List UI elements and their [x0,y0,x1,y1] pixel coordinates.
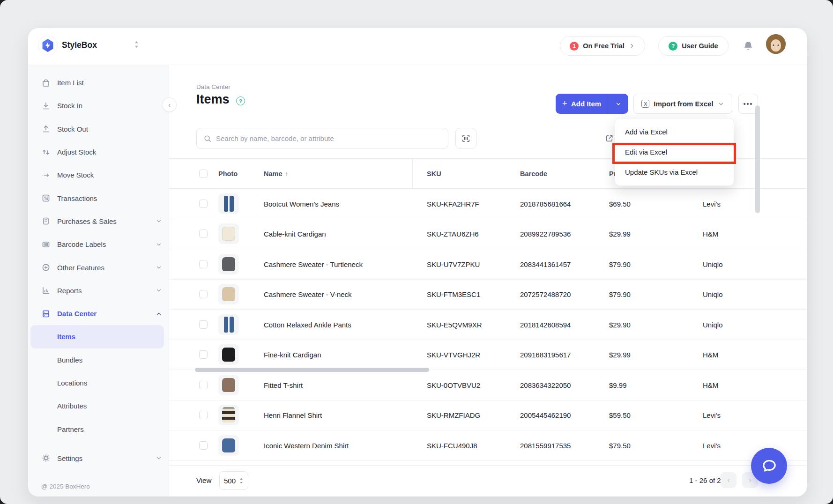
app-logo[interactable] [38,36,57,55]
table-row[interactable]: Henri Flannel ShirtSKU-RMZFIADG200544546… [169,400,807,431]
sidebar-item-adjust-stock[interactable]: Adjust Stock [28,141,169,163]
row-checkbox[interactable] [199,441,208,450]
row-checkbox[interactable] [199,200,208,208]
table-row[interactable]: Fitted T-shirtSKU-0OTVBVU22083634322050$… [169,370,807,400]
sidebar-item-locations[interactable]: Locations [28,371,169,394]
item-photo [218,284,239,304]
table-row[interactable]: Cashmere Sweater - V-neckSKU-FTM3ESC1207… [169,280,807,310]
table-row[interactable]: Cable-knit CardiganSKU-ZTAU6ZH6208992278… [169,219,807,250]
row-checkbox[interactable] [199,350,208,359]
sidebar-item-transactions[interactable]: Transactions [28,186,169,209]
item-sku: SKU-U7V7ZPKU [427,260,480,268]
add-item-button[interactable]: + Add Item [556,94,628,114]
row-checkbox[interactable] [199,381,208,389]
row-checkbox[interactable] [199,320,208,329]
sidebar-collapse-button[interactable]: ‹ [162,97,177,112]
sidebar-item-barcode-labels[interactable]: Barcode Labels [28,233,169,256]
page-size-select[interactable]: 500 [219,471,248,490]
page-size-value: 500 [224,477,236,485]
column-header-name[interactable]: Name↑ [264,170,289,178]
item-photo [218,405,239,425]
table-row[interactable]: Cotton Relaxed Ankle PantsSKU-E5QVM9XR20… [169,310,807,340]
sidebar-item-stock-in[interactable]: Stock In [28,94,169,117]
other-features-icon [41,263,51,272]
row-checkbox[interactable] [199,230,208,238]
sidebar-item-move-stock[interactable]: Move Stock [28,163,169,186]
item-barcode: 2083634322050 [520,381,571,389]
column-header-sku: SKU [427,170,441,178]
row-checkbox[interactable] [199,290,208,298]
data-center-icon [41,309,51,319]
table-row[interactable]: Cashmere Sweater - TurtleneckSKU-U7V7ZPK… [169,249,807,280]
sidebar-item-bundles[interactable]: Bundles [28,348,169,371]
item-brand: Levi's [703,411,721,419]
horizontal-scrollbar[interactable] [195,368,429,372]
sidebar-item-data-center[interactable]: Data Center [28,302,169,325]
add-item-dropdown-toggle[interactable] [608,94,628,114]
menu-item-add-via-excel[interactable]: Add via Excel [615,122,734,142]
sidebar-item-item-list[interactable]: Item List [28,71,169,94]
item-price: $69.50 [609,200,631,208]
reports-icon [41,286,51,295]
notifications-bell-icon[interactable] [742,40,754,52]
item-barcode: 2091683195617 [520,351,571,359]
item-price: $29.99 [609,351,631,359]
item-brand: H&M [703,351,718,359]
page-help-icon[interactable]: ? [236,96,245,105]
top-garment-image [222,227,235,241]
table-row[interactable]: Bootcut Women's JeansSKU-KFA2HR7F2018785… [169,189,807,219]
column-header-barcode: Barcode [520,170,547,178]
chevron-right-icon [629,43,635,49]
row-checkbox[interactable] [199,260,208,268]
free-trial-pill[interactable]: 1 On Free Trial [560,36,645,56]
user-guide-pill[interactable]: ? User Guide [658,36,729,56]
sidebar-item-reports[interactable]: Reports [28,279,169,302]
copyright-text: @ 2025 BoxHero [41,483,90,490]
sidebar-item-stock-out[interactable]: Stock Out [28,118,169,141]
search-input[interactable] [216,134,441,142]
menu-item-update-skus-via-excel[interactable]: Update SKUs via Excel [615,162,734,182]
select-all-checkbox[interactable] [199,170,208,178]
sidebar-item-other-features[interactable]: Other Features [28,256,169,279]
chevron-down-icon [615,101,622,107]
vertical-scrollbar[interactable] [755,105,760,213]
table-row[interactable]: Fine-knit CardiganSKU-VTVGHJ2R2091683195… [169,340,807,371]
sidebar-item-settings[interactable]: Settings [28,447,169,470]
sidebar-item-attributes[interactable]: Attributes [28,394,169,417]
help-badge-icon: ? [669,42,677,51]
sidebar-item-purchases-sales[interactable]: Purchases & Sales [28,210,169,233]
table-row[interactable]: Iconic Western Denim ShirtSKU-FCU490J820… [169,430,807,461]
sidebar-item-label: Stock In [57,102,82,110]
topbar: StyleBox 1 On Free Trial ? User Guide [28,28,807,65]
barcode-scan-button[interactable] [455,128,476,149]
transactions-icon [41,193,51,203]
workspace-name: StyleBox [62,40,97,50]
item-sku: SKU-FTM3ESC1 [427,290,480,298]
item-barcode: 2089922789536 [520,230,571,238]
pants-garment-image [224,196,234,212]
trial-badge: 1 [570,42,579,51]
top-garment-image [222,348,235,362]
pagination-range: 1 - 26 of 26 [659,476,725,484]
pants-garment-image [224,317,234,333]
item-list-icon [41,78,51,88]
chat-support-button[interactable] [751,448,787,484]
item-sku: SKU-KFA2HR7F [427,200,479,208]
item-name: Fine-knit Cardigan [264,351,321,359]
breadcrumb: Data Center [196,83,231,90]
row-checkbox[interactable] [199,411,208,419]
sidebar-item-partners[interactable]: Partners [28,417,169,440]
menu-item-edit-via-excel[interactable]: Edit via Excel [615,142,734,162]
user-avatar[interactable] [766,34,786,54]
sidebar-item-label: Data Center [57,310,97,318]
chevron-down-icon [156,287,162,294]
search-box[interactable] [196,128,448,149]
prev-page-button[interactable]: ‹ [721,472,736,488]
import-from-excel-button[interactable]: X Import from Excel [633,94,732,114]
sort-ascending-icon: ↑ [285,170,289,178]
app-window: StyleBox 1 On Free Trial ? User Guide It… [28,28,807,497]
adjust-stock-icon [41,148,51,157]
workspace-switcher-icon[interactable] [134,41,139,50]
sidebar-item-items[interactable]: Items [30,325,164,348]
item-price: $79.50 [609,441,631,449]
